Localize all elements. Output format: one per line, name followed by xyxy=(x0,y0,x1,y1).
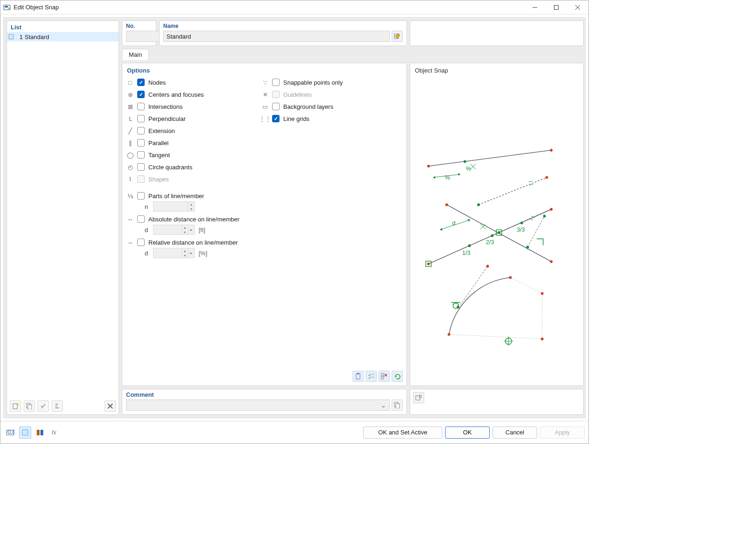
option-columns: □Nodes⊗Centers and focuses⊠Intersections… xyxy=(127,78,402,184)
svg-text:d: d xyxy=(452,220,455,227)
perpendicular-checkbox[interactable] xyxy=(137,115,145,122)
svg-rect-15 xyxy=(357,373,359,374)
snappable-only-icon: ∵ xyxy=(262,79,268,86)
rename-button[interactable] xyxy=(392,31,403,42)
parts-input[interactable]: ▲▼ xyxy=(153,201,195,212)
guidelines-label: Guidelines xyxy=(283,91,383,98)
clear-all-button[interactable] xyxy=(379,371,390,382)
circle-quadrants-label: Circle quadrants xyxy=(148,164,248,171)
maximize-button[interactable] xyxy=(546,0,567,14)
name-input[interactable] xyxy=(163,31,390,42)
svg-point-30 xyxy=(546,176,548,179)
line-grids-label: Line grids xyxy=(283,115,383,122)
option-extension: ╱Extension xyxy=(127,126,248,135)
svg-point-40 xyxy=(468,244,471,247)
perpendicular-label: Perpendicular xyxy=(148,115,248,122)
nodes-checkbox[interactable] xyxy=(137,79,145,86)
reset-button[interactable] xyxy=(392,371,403,382)
clipboard-button[interactable] xyxy=(353,371,364,382)
svg-line-31 xyxy=(428,209,551,264)
list-item-num: 1 xyxy=(15,33,24,40)
close-button[interactable] xyxy=(567,0,588,14)
svg-point-63 xyxy=(486,265,489,267)
option-background-layers: ▭Background layers xyxy=(262,102,383,111)
list-item-name: Standard xyxy=(24,33,119,40)
display-2-button[interactable] xyxy=(34,427,46,439)
comment-box: Comment ⌄ xyxy=(122,389,407,415)
tangent-checkbox[interactable] xyxy=(137,151,145,159)
option-snappable-only: ∵Snappable points only xyxy=(262,78,383,87)
svg-text:2/3: 2/3 xyxy=(486,239,494,246)
units-button[interactable]: 0,00 xyxy=(4,427,16,439)
cancel-button[interactable]: Cancel xyxy=(493,427,537,439)
apply-button[interactable]: Apply xyxy=(540,427,585,439)
intersections-icon: ⊠ xyxy=(127,103,133,110)
comment-input[interactable]: ⌄ xyxy=(126,400,390,411)
center-pane: No. Name Main Options xyxy=(122,20,584,415)
option-line-grids: ⋮⋮Line grids xyxy=(262,114,383,123)
line-grids-checkbox[interactable] xyxy=(272,115,280,122)
abs-checkbox[interactable] xyxy=(137,215,145,223)
bottom-bar: 0,00 fx OK and Set Active OK Cancel Appl… xyxy=(0,421,588,443)
svg-rect-10 xyxy=(28,405,32,409)
svg-point-67 xyxy=(419,395,422,398)
fx-button[interactable]: fx xyxy=(49,427,61,439)
display-1-button[interactable] xyxy=(19,427,31,439)
parallel-checkbox[interactable] xyxy=(137,139,145,147)
tangent-icon: ◯ xyxy=(127,152,133,158)
extension-label: Extension xyxy=(148,127,248,134)
background-layers-checkbox[interactable] xyxy=(272,103,280,110)
svg-line-62 xyxy=(460,266,488,305)
name-field-box: Name xyxy=(159,20,407,46)
minimize-button[interactable] xyxy=(524,0,546,14)
svg-point-21 xyxy=(427,165,430,167)
intersections-checkbox[interactable] xyxy=(137,103,145,110)
ok-button[interactable]: OK xyxy=(445,427,490,439)
header-fields: No. Name xyxy=(122,20,584,46)
ok-set-active-button[interactable]: OK and Set Active xyxy=(363,427,442,439)
comment-row: Comment ⌄ xyxy=(122,389,584,415)
intersections-label: Intersections xyxy=(148,103,248,110)
svg-point-42 xyxy=(491,234,493,237)
options-footer xyxy=(353,371,403,382)
option-parallel: ∥Parallel xyxy=(127,138,248,147)
abs-input[interactable]: ▲▼▸ xyxy=(153,225,195,235)
circle-quadrants-icon: ◴ xyxy=(127,164,133,170)
copy-button[interactable] xyxy=(24,400,35,412)
parts-var: n xyxy=(145,203,149,210)
parts-checkbox[interactable] xyxy=(137,192,145,200)
preview-settings-button[interactable] xyxy=(413,392,424,403)
perpendicular-icon: ᒪ xyxy=(127,115,133,122)
svg-point-29 xyxy=(477,203,480,206)
option-intersections: ⊠Intersections xyxy=(127,102,248,111)
snappable-only-checkbox[interactable] xyxy=(272,79,280,86)
line-grids-icon: ⋮⋮ xyxy=(262,115,268,122)
svg-line-20 xyxy=(428,150,551,166)
extension-checkbox[interactable] xyxy=(137,127,145,134)
svg-rect-1 xyxy=(5,6,8,7)
check-all-button[interactable] xyxy=(38,400,49,412)
rel-checkbox[interactable] xyxy=(137,239,145,246)
centers-checkbox[interactable] xyxy=(137,91,145,98)
list-item[interactable]: 1 Standard xyxy=(7,32,119,41)
comment-library-button[interactable] xyxy=(392,400,403,411)
nodes-icon: □ xyxy=(127,79,133,86)
new-button[interactable] xyxy=(10,400,21,412)
main-area: Options □Nodes⊗Centers and focuses⊠Inter… xyxy=(122,63,584,386)
svg-rect-65 xyxy=(396,404,400,408)
background-layers-label: Background layers xyxy=(283,103,383,110)
options-title: Options xyxy=(127,66,402,78)
tab-main[interactable]: Main xyxy=(122,49,149,60)
rel-var: d xyxy=(145,250,149,257)
rel-input-row: d ▲▼▸ [%] xyxy=(145,248,402,258)
snap-preview-box: Object Snap % xyxy=(410,63,584,386)
select-all-button[interactable] xyxy=(366,371,377,382)
delete-button[interactable] xyxy=(105,400,116,412)
options-col-left: □Nodes⊗Centers and focuses⊠Intersections… xyxy=(127,78,248,184)
sort-button[interactable] xyxy=(52,400,63,412)
rel-input[interactable]: ▲▼▸ xyxy=(153,248,195,258)
background-layers-icon: ▭ xyxy=(262,103,268,110)
svg-point-34 xyxy=(550,208,553,211)
circle-quadrants-checkbox[interactable] xyxy=(137,163,145,171)
svg-point-33 xyxy=(446,203,448,206)
